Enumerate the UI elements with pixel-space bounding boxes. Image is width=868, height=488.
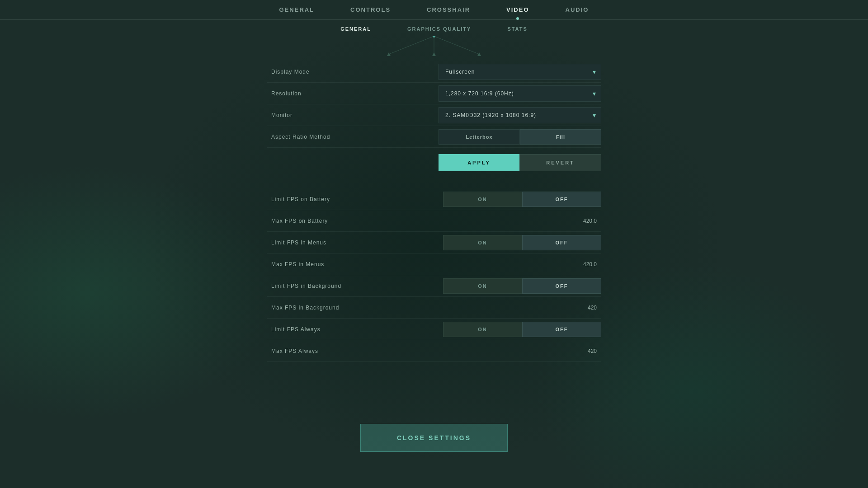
resolution-control: 1,280 x 720 16:9 (60Hz) 868 x 488 16:9… [439,85,601,102]
limit-fps-menus-on-btn[interactable]: On [443,235,522,250]
monitor-label: Monitor [267,107,439,124]
limit-fps-background-control: On Off [439,278,601,294]
resolution-dropdown-wrapper: 1,280 x 720 16:9 (60Hz) 868 x 488 16:9… [439,85,601,102]
max-fps-always-label: Max FPS Always [267,343,439,360]
monitor-control: 2. SAM0D32 (868 x 488 16:9) ▾ [439,107,601,123]
max-fps-background-control: 420 [439,305,601,311]
svg-line-2 [434,36,479,54]
svg-marker-5 [432,52,436,56]
max-fps-background-row: Max FPS in Background 420 [267,297,601,319]
display-mode-dropdown-wrapper: Fullscreen Windowed Borderless ▾ [439,64,601,80]
apply-revert-row: APPLY REVERT [267,148,601,178]
subnav-graphics-quality[interactable]: GRAPHICS QUALITY [407,26,471,32]
limit-fps-menus-off-btn[interactable]: Off [522,235,601,250]
display-mode-dropdown[interactable]: Fullscreen Windowed Borderless [439,64,601,80]
max-fps-battery-label: Max FPS on Battery [267,212,439,230]
limit-fps-menus-row: Limit FPS in Menus On Off [267,232,601,253]
limit-fps-menus-label: Limit FPS in Menus [267,234,439,251]
nav-item-controls[interactable]: CONTROLS [332,0,409,19]
nav-item-crosshair[interactable]: CROSSHAIR [409,0,488,19]
limit-fps-always-row: Limit FPS Always On Off [267,319,601,340]
max-fps-menus-control: 420.0 [439,261,601,267]
subnav-stats[interactable]: STATS [507,26,527,32]
limit-fps-always-control: On Off [439,322,601,337]
limit-fps-background-off-btn[interactable]: Off [522,278,601,294]
aspect-ratio-label: Aspect Ratio Method [267,128,439,145]
max-fps-menus-row: Max FPS in Menus 420.0 [267,253,601,275]
limit-fps-battery-on-btn[interactable]: On [443,192,522,207]
display-mode-row: Display Mode Fullscreen Windowed Borderl… [267,61,601,83]
resolution-row: Resolution 1,280 x 720 16:9 (60Hz) 1920 … [267,83,601,104]
aspect-ratio-fill-btn[interactable]: Fill [520,129,601,145]
limit-fps-background-on-btn[interactable]: On [443,278,522,294]
limit-fps-always-label: Limit FPS Always [267,321,439,338]
max-fps-battery-row: Max FPS on Battery 420.0 [267,210,601,232]
aspect-ratio-control: Letterbox Fill [439,129,601,145]
apply-revert-buttons: APPLY REVERT [439,154,601,171]
resolution-label: Resolution [267,85,439,102]
aspect-ratio-row: Aspect Ratio Method Letterbox Fill [267,126,601,148]
connector-lines [344,36,524,61]
max-fps-battery-control: 420.0 [439,218,601,224]
limit-fps-battery-label: Limit FPS on Battery [267,191,439,208]
svg-marker-6 [477,52,481,56]
limit-fps-background-label: Limit FPS in Background [267,277,439,295]
monitor-dropdown[interactable]: 2. SAM0D32 (868 x 488 16:9) [439,107,601,123]
svg-point-3 [433,36,435,38]
max-fps-background-label: Max FPS in Background [267,299,439,316]
limit-fps-always-off-btn[interactable]: Off [522,322,601,337]
max-fps-always-row: Max FPS Always 420 [267,340,601,362]
max-fps-menus-value: 420.0 [443,261,601,267]
close-settings-wrap: CLOSE SETTINGS [360,424,508,452]
revert-button[interactable]: REVERT [519,154,601,171]
resolution-dropdown[interactable]: 1,280 x 720 16:9 (60Hz) 868 x 488 16:9… [439,85,601,102]
monitor-row: Monitor 2. SAM0D32 (868 x 488 16:9) ▾ [267,104,601,126]
top-nav: GENERAL CONTROLS CROSSHAIR VIDEO AUDIO [0,0,868,20]
section-gap-1 [267,178,601,188]
nav-item-video[interactable]: VIDEO [488,0,547,19]
sub-nav: GENERAL GRAPHICS QUALITY STATS [0,20,868,36]
limit-fps-always-on-btn[interactable]: On [443,322,522,337]
close-settings-button[interactable]: CLOSE SETTINGS [360,424,508,452]
limit-fps-battery-off-btn[interactable]: Off [522,192,601,207]
max-fps-always-control: 420 [439,348,601,354]
nav-item-general[interactable]: GENERAL [261,0,333,19]
display-mode-control: Fullscreen Windowed Borderless ▾ [439,64,601,80]
subnav-general[interactable]: GENERAL [340,26,371,32]
settings-panel: Display Mode Fullscreen Windowed Borderl… [267,61,601,362]
svg-marker-4 [387,52,391,56]
display-mode-label: Display Mode [267,63,439,80]
max-fps-menus-label: Max FPS in Menus [267,256,439,273]
limit-fps-battery-control: On Off [439,192,601,207]
aspect-ratio-letterbox-btn[interactable]: Letterbox [439,129,520,145]
monitor-dropdown-wrapper: 2. SAM0D32 (868 x 488 16:9) ▾ [439,107,601,123]
max-fps-battery-value: 420.0 [443,218,601,224]
limit-fps-background-row: Limit FPS in Background On Off [267,275,601,297]
nav-item-audio[interactable]: AUDIO [547,0,607,19]
limit-fps-menus-control: On Off [439,235,601,250]
apply-button[interactable]: APPLY [439,154,519,171]
limit-fps-battery-row: Limit FPS on Battery On Off [267,188,601,210]
svg-line-0 [389,36,434,54]
max-fps-background-value: 420 [443,305,601,311]
max-fps-always-value: 420 [443,348,601,354]
